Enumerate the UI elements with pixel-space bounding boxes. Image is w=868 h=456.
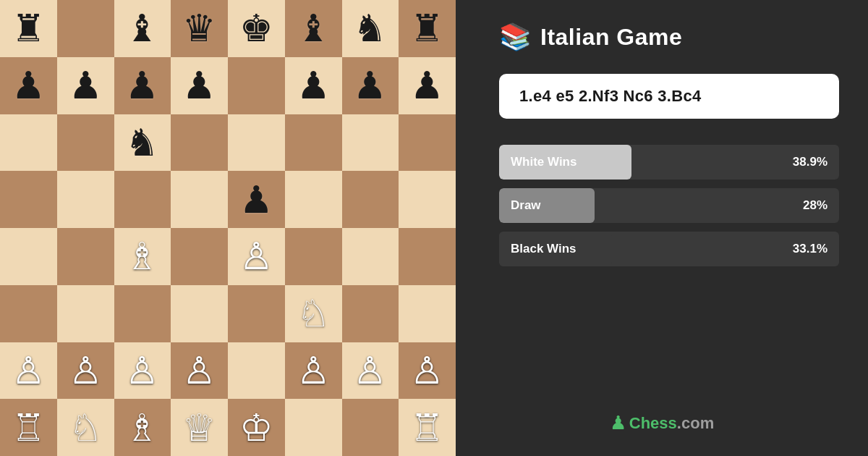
chess-square: ♙ xyxy=(228,228,285,285)
chess-board: ♜♝♛♚♝♞♜♟♟♟♟♟♟♟♞♟♗♙♘♙♙♙♙♙♙♙♖♘♗♕♔♖ xyxy=(0,0,456,456)
chess-square xyxy=(114,285,171,342)
chess-square xyxy=(57,285,114,342)
opening-title: Italian Game xyxy=(540,24,682,51)
chess-square xyxy=(285,171,342,228)
chess-square: ♟ xyxy=(399,57,456,114)
chess-square xyxy=(228,342,285,400)
chess-square: ♝ xyxy=(285,0,342,57)
chess-square: ♙ xyxy=(171,342,228,400)
chess-square xyxy=(228,57,285,114)
chess-square xyxy=(399,285,456,342)
stats-container: White Wins38.9%Draw28%Black Wins33.1% xyxy=(499,145,839,266)
stat-label-black-wins: Black Wins xyxy=(511,242,576,256)
chess-square: ♜ xyxy=(399,0,456,57)
chess-square: ♗ xyxy=(114,228,171,285)
info-panel: 📚 Italian Game 1.e4 e5 2.Nf3 Nc6 3.Bc4 W… xyxy=(456,0,868,456)
chess-square xyxy=(399,171,456,228)
chess-square xyxy=(285,228,342,285)
chess-square: ♞ xyxy=(114,114,171,172)
chess-square: ♙ xyxy=(114,342,171,400)
chess-square xyxy=(171,171,228,228)
chess-square: ♗ xyxy=(114,399,171,456)
stat-label-draw: Draw xyxy=(511,198,541,213)
chess-square xyxy=(171,285,228,342)
stat-row-black-wins: Black Wins33.1% xyxy=(499,232,839,266)
chess-logo-text: Chess.com xyxy=(629,414,714,433)
chess-square: ♝ xyxy=(114,0,171,57)
chess-square: ♞ xyxy=(342,0,399,57)
chess-square xyxy=(114,171,171,228)
chess-square: ♟ xyxy=(114,57,171,114)
chess-square: ♙ xyxy=(57,342,114,400)
stat-pct-black-wins: 33.1% xyxy=(793,242,827,256)
chess-square xyxy=(0,285,57,342)
opening-header: 📚 Italian Game xyxy=(499,22,682,52)
chess-square xyxy=(228,285,285,342)
chess-logo-icon: ♟ xyxy=(610,412,626,434)
chess-square: ♟ xyxy=(228,171,285,228)
chess-board-container: ♜♝♛♚♝♞♜♟♟♟♟♟♟♟♞♟♗♙♘♙♙♙♙♙♙♙♖♘♗♕♔♖ xyxy=(0,0,456,456)
chess-square xyxy=(285,114,342,172)
book-icon: 📚 xyxy=(499,22,532,52)
chess-square: ♟ xyxy=(0,57,57,114)
chess-square xyxy=(285,399,342,456)
chess-square xyxy=(342,114,399,172)
stat-row-white-wins: White Wins38.9% xyxy=(499,145,839,180)
chess-square: ♜ xyxy=(0,0,57,57)
moves-box: 1.e4 e5 2.Nf3 Nc6 3.Bc4 xyxy=(499,74,839,119)
chess-square: ♙ xyxy=(0,342,57,400)
chess-square: ♙ xyxy=(285,342,342,400)
chess-square xyxy=(399,228,456,285)
chess-square xyxy=(171,114,228,172)
chess-square: ♚ xyxy=(228,0,285,57)
chess-square xyxy=(57,228,114,285)
chess-square: ♛ xyxy=(171,0,228,57)
chess-square xyxy=(228,114,285,172)
chess-square: ♟ xyxy=(285,57,342,114)
chess-square: ♕ xyxy=(171,399,228,456)
chess-square: ♟ xyxy=(342,57,399,114)
chess-square xyxy=(57,114,114,172)
stat-pct-draw: 28% xyxy=(803,198,827,213)
chess-square xyxy=(0,171,57,228)
stat-pct-white-wins: 38.9% xyxy=(793,155,827,169)
stat-row-draw: Draw28% xyxy=(499,188,839,223)
logo-dot-com: .com xyxy=(677,414,714,432)
chess-square xyxy=(57,171,114,228)
chess-square: ♘ xyxy=(285,285,342,342)
chess-logo: ♟ Chess.com xyxy=(610,412,714,434)
chess-square xyxy=(342,171,399,228)
chess-square: ♙ xyxy=(342,342,399,400)
stat-label-white-wins: White Wins xyxy=(511,155,576,169)
chess-square xyxy=(342,228,399,285)
chess-square: ♙ xyxy=(399,342,456,400)
moves-text: 1.e4 e5 2.Nf3 Nc6 3.Bc4 xyxy=(519,87,702,105)
chess-square xyxy=(171,228,228,285)
logo-chess: Chess xyxy=(629,414,677,432)
chess-square: ♔ xyxy=(228,399,285,456)
chess-square xyxy=(57,0,114,57)
chess-square: ♖ xyxy=(399,399,456,456)
chess-square xyxy=(399,114,456,172)
chess-square: ♟ xyxy=(171,57,228,114)
chess-square: ♟ xyxy=(57,57,114,114)
chess-square: ♖ xyxy=(0,399,57,456)
chess-square xyxy=(0,114,57,172)
chess-square xyxy=(0,228,57,285)
chess-square xyxy=(342,285,399,342)
chess-square: ♘ xyxy=(57,399,114,456)
chess-square xyxy=(342,399,399,456)
